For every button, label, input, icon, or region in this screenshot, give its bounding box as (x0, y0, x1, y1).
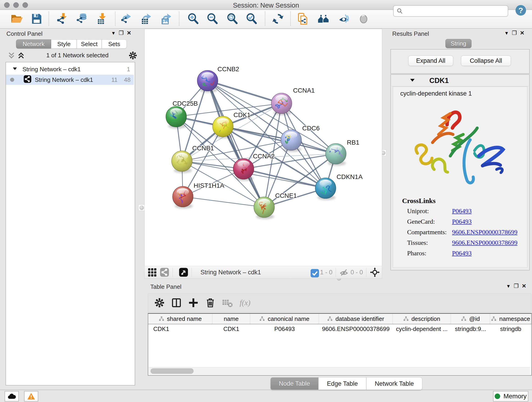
crosslink-link-tissues[interactable]: 9606.ENSP00000378699 (452, 239, 517, 246)
warning-status-button[interactable] (24, 391, 38, 402)
import-table-button[interactable] (96, 13, 108, 25)
expand-all-button[interactable]: Expand All (408, 56, 453, 66)
network-status-dot (10, 78, 14, 82)
collapse-all-button[interactable]: Collapse All (461, 56, 511, 66)
cell-namespace[interactable]: stringdb (490, 324, 531, 333)
control-panel-close-icon[interactable]: ✕ (125, 30, 133, 36)
cell-shared-name[interactable]: CDK1 (148, 324, 212, 333)
save-session-button[interactable] (31, 13, 43, 25)
cdk1-section-header[interactable]: CDK1 (391, 75, 529, 86)
open-session-button[interactable] (10, 13, 23, 25)
split-panel-button[interactable] (171, 297, 182, 308)
node-CDKN1A[interactable]: CDKN1A (315, 173, 363, 200)
statusbar-divider (0, 390, 532, 390)
edge-CCNB2-CCNA1[interactable] (208, 81, 282, 103)
cell-description[interactable]: cyclin-dependent ... (393, 324, 451, 333)
delete-column-button[interactable] (205, 297, 216, 308)
selected-checkbox-icon[interactable] (310, 268, 318, 276)
node-HIST1H1A[interactable]: HIST1H1A (172, 182, 224, 209)
column-header-database-identifier[interactable]: database identifier (319, 314, 393, 324)
results-panel-collapse-icon[interactable]: ▾ (503, 30, 510, 36)
results-panel-close-icon[interactable]: ✕ (518, 30, 526, 36)
column-header-namespace[interactable]: namespace (490, 314, 531, 324)
column-header-description[interactable]: description (393, 314, 451, 324)
tab-network[interactable]: Network (16, 39, 51, 49)
cell-database-identifier[interactable]: 9606.ENSP00000378699 (319, 324, 393, 333)
edge-CCNA2-CDKN1A[interactable] (244, 169, 326, 188)
table-settings-gear-button[interactable] (154, 297, 165, 308)
results-panel-float-icon[interactable]: ❐ (510, 30, 518, 36)
zoom-out-button[interactable] (206, 13, 219, 25)
hscrollbar-thumb[interactable] (151, 368, 194, 374)
delete-table-button[interactable] (222, 297, 233, 308)
table-panel-collapse-icon[interactable]: ▾ (505, 283, 512, 289)
network-options-gear-icon[interactable] (128, 51, 138, 61)
node-CCNA1[interactable]: CCNA1 (271, 87, 315, 115)
node-RB1[interactable]: RB1 (326, 139, 359, 166)
table-row[interactable]: CDK1CDK1P064939606.ENSP00000378699cyclin… (148, 324, 531, 333)
cloud-status-button[interactable] (5, 391, 19, 402)
column-header-shared-name[interactable]: shared name (148, 314, 212, 324)
add-column-button[interactable] (188, 297, 199, 308)
network-row[interactable]: String Network – cdk1 11 48 (6, 75, 134, 85)
import-database-button[interactable] (76, 13, 88, 25)
network-canvas[interactable]: CCNB2 CCNA1 CDC25B CDK1 CDC6 (144, 29, 382, 266)
grid-view-icon[interactable] (147, 268, 157, 277)
selection-summary: 1 of 1 Network selected (46, 52, 109, 59)
collection-expander-icon[interactable] (12, 66, 17, 73)
expand-all-chevron[interactable] (17, 51, 25, 61)
tab-edge-table[interactable]: Edge Table (318, 377, 366, 390)
edge-HIST1H1A-CCNE1[interactable] (183, 197, 264, 207)
fit-crosshair-icon[interactable] (370, 268, 380, 277)
export-image-button[interactable] (160, 13, 172, 25)
cell-canonical-name[interactable]: P06493 (250, 324, 319, 333)
left-splitter-handle[interactable] (138, 204, 145, 211)
tab-string[interactable]: String (445, 39, 472, 48)
refresh-view-button[interactable] (272, 13, 284, 25)
control-panel-collapse-icon[interactable]: ▾ (109, 30, 117, 36)
string-network-graph[interactable]: CCNB2 CCNA1 CDC25B CDK1 CDC6 (145, 29, 382, 266)
crosslink-link-uniprot[interactable]: P06493 (452, 207, 472, 215)
tab-select[interactable]: Select (77, 39, 102, 49)
tab-node-table[interactable]: Node Table (270, 377, 318, 390)
node-CCNA2[interactable]: CCNA2 (233, 153, 275, 181)
section-expander-icon[interactable] (410, 77, 415, 84)
zoom-fit-button[interactable] (226, 13, 239, 25)
node-CCNE1[interactable]: CCNE1 (254, 192, 297, 219)
export-network-button[interactable] (120, 13, 132, 25)
tab-network-table[interactable]: Network Table (366, 377, 423, 390)
table-hscrollbar[interactable] (149, 367, 530, 375)
table-panel-close-icon[interactable]: ✕ (520, 283, 528, 289)
column-header--id[interactable]: @id (451, 314, 490, 324)
zoom-selected-button[interactable] (246, 13, 258, 25)
cell-name[interactable]: CDK1 (212, 324, 250, 333)
crosslink-link-compartments[interactable]: 9606.ENSP00000378699 (452, 229, 517, 236)
search-input[interactable] (403, 6, 508, 16)
collapse-all-chevron[interactable] (7, 51, 16, 61)
column-header-name[interactable]: name (212, 314, 250, 324)
share-view-icon[interactable] (160, 268, 169, 277)
help-button[interactable]: ? (515, 5, 526, 16)
network-collection-row[interactable]: String Network – cdk1 1 (6, 64, 134, 74)
crosslink-link-genecard[interactable]: P06493 (452, 218, 472, 225)
zoom-fit-icon (226, 13, 239, 25)
function-builder-button[interactable]: f(x) (240, 298, 250, 307)
control-panel-float-icon[interactable]: ❐ (117, 30, 125, 36)
import-network-button[interactable] (56, 13, 68, 25)
cell--id[interactable]: stringdb:9... (451, 324, 490, 333)
export-table-button[interactable] (140, 13, 152, 25)
tab-style[interactable]: Style (51, 39, 77, 49)
crosslink-link-pharos[interactable]: P06493 (452, 249, 472, 257)
show-graphics-button[interactable] (357, 13, 370, 25)
network-selector-row: 1 of 1 Network selected (6, 51, 134, 61)
birdseye-view-icon[interactable] (179, 268, 188, 277)
tab-sets[interactable]: Sets (102, 39, 127, 49)
hidden-eye-icon[interactable] (339, 268, 348, 277)
zoom-in-button[interactable] (187, 13, 200, 25)
column-header-canonical-name[interactable]: canonical name (250, 314, 319, 324)
hide-graphics-button[interactable] (337, 13, 350, 25)
copy-views-button[interactable] (297, 13, 309, 25)
home-networks-button[interactable] (317, 13, 330, 25)
table-panel-float-icon[interactable]: ❐ (512, 283, 520, 289)
memory-button[interactable]: Memory (493, 391, 528, 402)
